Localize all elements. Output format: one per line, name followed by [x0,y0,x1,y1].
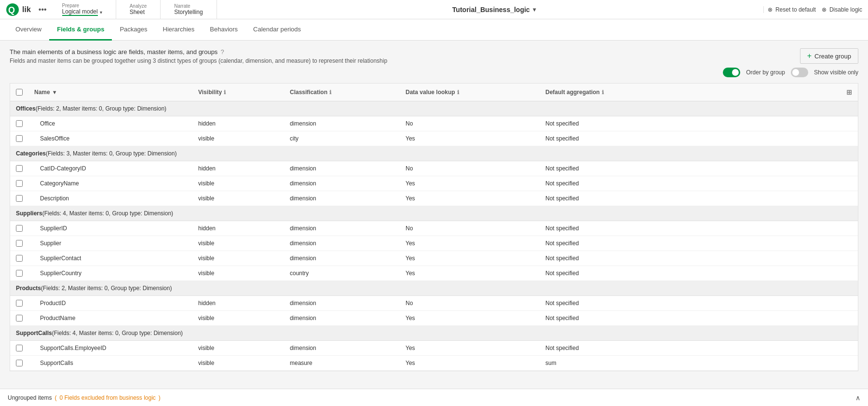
row-checkbox-cell [10,341,28,356]
field-name: SupplierCountry [40,270,81,277]
info-question-icon[interactable]: ? [220,48,224,56]
table-row[interactable]: SuppliervisibledimensionYesNot specified [10,236,858,251]
table-row[interactable]: DescriptionvisibledimensionYesNot specif… [10,191,858,206]
row-checkbox[interactable] [16,180,23,187]
classification-column-header: Classification ℹ [284,84,400,101]
row-classification-cell: measure [284,356,400,371]
row-name-cell: Office [28,116,192,131]
name-filter-icon[interactable]: ▼ [52,89,57,95]
table-row[interactable]: SupportCalls.EmployeeIDvisibledimensionY… [10,341,858,356]
content-area: The main elements of a business logic ar… [0,41,868,371]
row-default-aggregation-cell: Not specified [540,191,858,206]
visibility-info-icon[interactable]: ℹ [224,89,226,96]
narrate-label: Narrate [174,3,190,9]
tab-fields-groups[interactable]: Fields & groups [49,19,112,41]
field-visibility: visible [198,315,214,322]
field-data-value-lookup: No [406,120,413,127]
row-data-value-lookup-cell: No [400,296,540,311]
data-table: Name ▼ Visibility ℹ Clas [10,83,858,371]
table-group-header[interactable]: SupportCalls(Fields: 4, Master items: 0,… [10,326,858,341]
row-name-cell: SupplierID [28,221,192,236]
row-checkbox[interactable] [16,345,23,351]
table-row[interactable]: CategoryNamevisibledimensionYesNot speci… [10,176,858,191]
field-visibility: visible [198,255,214,262]
row-checkbox[interactable] [16,120,23,127]
tab-behaviors[interactable]: Behaviors [202,19,245,41]
table-row[interactable]: SalesOfficevisiblecityYesNot specified [10,131,858,146]
table-row[interactable]: SupplierCountryvisiblecountryYesNot spec… [10,266,858,281]
field-name: CatID-CategoryID [40,165,86,172]
field-visibility: visible [198,135,214,142]
table-row[interactable]: OfficehiddendimensionNoNot specified [10,116,858,131]
row-checkbox-cell [10,236,28,251]
select-all-checkbox[interactable] [16,89,23,96]
prepare-nav-item[interactable]: Prepare Logical model ▾ [56,0,108,19]
app-title-dropdown-icon[interactable]: ▾ [533,6,536,13]
field-visibility: visible [198,270,214,277]
table-row[interactable]: CatID-CategoryIDhiddendimensionNoNot spe… [10,161,858,176]
field-name: Supplier [40,240,61,247]
row-checkbox[interactable] [16,255,23,262]
table-row[interactable]: ProductNamevisibledimensionYesNot specif… [10,311,858,326]
classification-info-icon[interactable]: ℹ [329,89,331,96]
row-data-value-lookup-cell: Yes [400,311,540,326]
order-by-group-toggle[interactable] [723,68,740,77]
table-row[interactable]: SupplierIDhiddendimensionNoNot specified [10,221,858,236]
row-visibility-cell: hidden [192,116,284,131]
field-default-aggregation: Not specified [545,180,579,187]
field-default-aggregation: Not specified [545,165,579,172]
row-checkbox[interactable] [16,225,23,232]
row-classification-cell: dimension [284,341,400,356]
data-value-lookup-info-icon[interactable]: ℹ [457,89,459,96]
row-checkbox[interactable] [16,165,23,172]
reset-to-default-button[interactable]: ⊗ Reset to default [768,6,816,13]
tab-packages[interactable]: Packages [112,19,155,41]
table-header: Name ▼ Visibility ℹ Clas [10,84,858,101]
row-checkbox[interactable] [16,240,23,247]
table-group-header[interactable]: Suppliers(Fields: 4, Master items: 0, Gr… [10,206,858,221]
row-checkbox[interactable] [16,135,23,142]
row-name-cell: ProductID [28,296,192,311]
name-column-header: Name ▼ [28,84,192,101]
table-row[interactable]: ProductIDhiddendimensionNoNot specified [10,296,858,311]
table-group-header[interactable]: Offices(Fields: 2, Master items: 0, Grou… [10,101,858,116]
field-data-value-lookup: Yes [406,135,415,142]
narrate-nav-item[interactable]: Narrate Storytelling [168,0,208,19]
row-checkbox[interactable] [16,195,23,202]
table-row[interactable]: SupplierContactvisibledimensionYesNot sp… [10,251,858,266]
row-checkbox[interactable] [16,315,23,322]
field-visibility: visible [198,345,214,351]
row-default-aggregation-cell: Not specified [540,251,858,266]
create-group-button[interactable]: + Create group [800,48,858,64]
default-aggregation-column-label: Default aggregation [545,89,600,96]
group-header-cell: Products(Fields: 2, Master items: 0, Gro… [10,281,858,296]
tab-overview[interactable]: Overview [8,19,49,41]
row-visibility-cell: visible [192,341,284,356]
table-group-header[interactable]: Products(Fields: 2, Master items: 0, Gro… [10,281,858,296]
row-data-value-lookup-cell: Yes [400,176,540,191]
default-aggregation-info-icon[interactable]: ℹ [602,89,604,96]
table-row[interactable]: SupportCallsvisiblemeasureYessum [10,356,858,371]
group-meta: (Fields: 2, Master items: 0, Group type:… [36,105,166,112]
field-default-aggregation: Not specified [545,270,579,277]
row-checkbox[interactable] [16,300,23,307]
more-menu-button[interactable]: ••• [35,5,51,14]
row-default-aggregation-cell: Not specified [540,176,858,191]
row-default-aggregation-cell: Not specified [540,131,858,146]
field-classification: dimension [290,195,316,202]
field-name: ProductID [40,300,66,307]
show-visible-only-toggle[interactable] [791,68,808,77]
tab-calendar-periods[interactable]: Calendar periods [245,19,309,41]
field-classification: dimension [290,180,316,187]
column-settings-icon[interactable]: ⊞ [846,88,852,96]
tab-hierarchies[interactable]: Hierarchies [155,19,203,41]
disable-logic-button[interactable]: ⊗ Disable logic [822,6,862,13]
row-checkbox[interactable] [16,360,23,366]
table-group-header[interactable]: Categories(Fields: 3, Master items: 0, G… [10,146,858,161]
analyze-nav-item[interactable]: Analyze Sheet [124,0,153,19]
field-name: SupportCalls.EmployeeID [40,345,106,351]
row-checkbox[interactable] [16,270,23,277]
table-scroll-area[interactable]: Name ▼ Visibility ℹ Clas [10,84,858,371]
row-checkbox-cell [10,116,28,131]
app-title: Tutorial_Business_logic [452,6,530,14]
